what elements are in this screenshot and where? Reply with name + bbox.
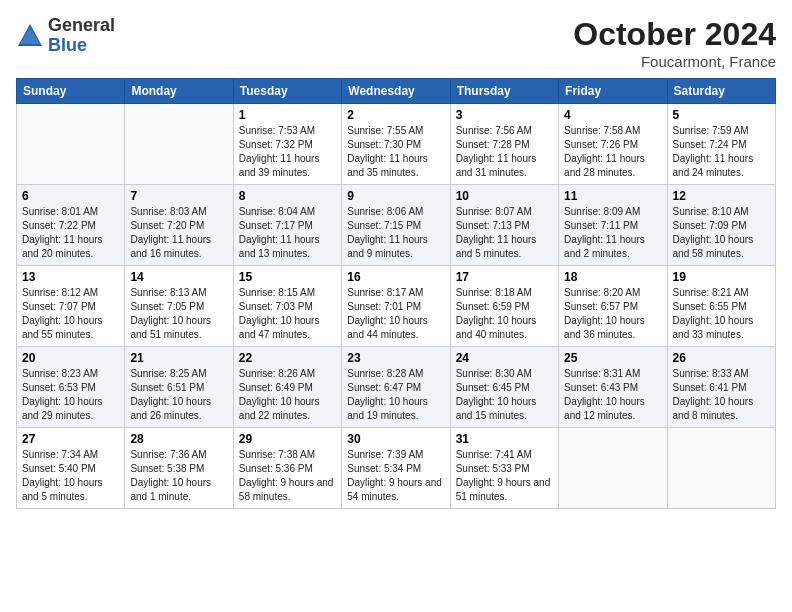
- day-info: Sunrise: 7:56 AMSunset: 7:28 PMDaylight:…: [456, 124, 553, 180]
- day-info: Sunrise: 8:12 AMSunset: 7:07 PMDaylight:…: [22, 286, 119, 342]
- day-number: 13: [22, 270, 119, 284]
- day-number: 30: [347, 432, 444, 446]
- cell-w1-d2: [125, 104, 233, 185]
- cell-w2-d1: 6Sunrise: 8:01 AMSunset: 7:22 PMDaylight…: [17, 185, 125, 266]
- cell-w2-d6: 11Sunrise: 8:09 AMSunset: 7:11 PMDayligh…: [559, 185, 667, 266]
- cell-w3-d6: 18Sunrise: 8:20 AMSunset: 6:57 PMDayligh…: [559, 266, 667, 347]
- cell-w4-d3: 22Sunrise: 8:26 AMSunset: 6:49 PMDayligh…: [233, 347, 341, 428]
- day-info: Sunrise: 8:15 AMSunset: 7:03 PMDaylight:…: [239, 286, 336, 342]
- cell-w4-d2: 21Sunrise: 8:25 AMSunset: 6:51 PMDayligh…: [125, 347, 233, 428]
- day-number: 28: [130, 432, 227, 446]
- col-tuesday: Tuesday: [233, 79, 341, 104]
- day-number: 24: [456, 351, 553, 365]
- location: Foucarmont, France: [573, 53, 776, 70]
- day-number: 2: [347, 108, 444, 122]
- day-info: Sunrise: 8:20 AMSunset: 6:57 PMDaylight:…: [564, 286, 661, 342]
- col-monday: Monday: [125, 79, 233, 104]
- day-info: Sunrise: 8:30 AMSunset: 6:45 PMDaylight:…: [456, 367, 553, 423]
- day-number: 10: [456, 189, 553, 203]
- day-info: Sunrise: 7:41 AMSunset: 5:33 PMDaylight:…: [456, 448, 553, 504]
- col-friday: Friday: [559, 79, 667, 104]
- day-info: Sunrise: 8:04 AMSunset: 7:17 PMDaylight:…: [239, 205, 336, 261]
- cell-w5-d5: 31Sunrise: 7:41 AMSunset: 5:33 PMDayligh…: [450, 428, 558, 509]
- day-info: Sunrise: 7:36 AMSunset: 5:38 PMDaylight:…: [130, 448, 227, 504]
- day-info: Sunrise: 8:17 AMSunset: 7:01 PMDaylight:…: [347, 286, 444, 342]
- week-row-3: 13Sunrise: 8:12 AMSunset: 7:07 PMDayligh…: [17, 266, 776, 347]
- cell-w5-d1: 27Sunrise: 7:34 AMSunset: 5:40 PMDayligh…: [17, 428, 125, 509]
- logo-general: General: [48, 16, 115, 36]
- col-wednesday: Wednesday: [342, 79, 450, 104]
- day-number: 23: [347, 351, 444, 365]
- cell-w4-d6: 25Sunrise: 8:31 AMSunset: 6:43 PMDayligh…: [559, 347, 667, 428]
- day-info: Sunrise: 8:07 AMSunset: 7:13 PMDaylight:…: [456, 205, 553, 261]
- day-number: 26: [673, 351, 770, 365]
- col-saturday: Saturday: [667, 79, 775, 104]
- day-info: Sunrise: 8:23 AMSunset: 6:53 PMDaylight:…: [22, 367, 119, 423]
- cell-w5-d2: 28Sunrise: 7:36 AMSunset: 5:38 PMDayligh…: [125, 428, 233, 509]
- day-number: 18: [564, 270, 661, 284]
- day-number: 3: [456, 108, 553, 122]
- day-number: 4: [564, 108, 661, 122]
- day-info: Sunrise: 8:18 AMSunset: 6:59 PMDaylight:…: [456, 286, 553, 342]
- day-number: 9: [347, 189, 444, 203]
- day-info: Sunrise: 7:59 AMSunset: 7:24 PMDaylight:…: [673, 124, 770, 180]
- day-info: Sunrise: 8:31 AMSunset: 6:43 PMDaylight:…: [564, 367, 661, 423]
- calendar-header-row: Sunday Monday Tuesday Wednesday Thursday…: [17, 79, 776, 104]
- cell-w5-d7: [667, 428, 775, 509]
- day-info: Sunrise: 7:55 AMSunset: 7:30 PMDaylight:…: [347, 124, 444, 180]
- day-number: 25: [564, 351, 661, 365]
- day-info: Sunrise: 8:10 AMSunset: 7:09 PMDaylight:…: [673, 205, 770, 261]
- day-number: 12: [673, 189, 770, 203]
- cell-w1-d5: 3Sunrise: 7:56 AMSunset: 7:28 PMDaylight…: [450, 104, 558, 185]
- day-info: Sunrise: 8:03 AMSunset: 7:20 PMDaylight:…: [130, 205, 227, 261]
- day-info: Sunrise: 7:58 AMSunset: 7:26 PMDaylight:…: [564, 124, 661, 180]
- day-info: Sunrise: 8:21 AMSunset: 6:55 PMDaylight:…: [673, 286, 770, 342]
- cell-w5-d4: 30Sunrise: 7:39 AMSunset: 5:34 PMDayligh…: [342, 428, 450, 509]
- day-number: 16: [347, 270, 444, 284]
- cell-w3-d5: 17Sunrise: 8:18 AMSunset: 6:59 PMDayligh…: [450, 266, 558, 347]
- col-thursday: Thursday: [450, 79, 558, 104]
- day-number: 21: [130, 351, 227, 365]
- cell-w1-d7: 5Sunrise: 7:59 AMSunset: 7:24 PMDaylight…: [667, 104, 775, 185]
- logo: General Blue: [16, 16, 115, 56]
- day-info: Sunrise: 8:01 AMSunset: 7:22 PMDaylight:…: [22, 205, 119, 261]
- cell-w3-d3: 15Sunrise: 8:15 AMSunset: 7:03 PMDayligh…: [233, 266, 341, 347]
- week-row-2: 6Sunrise: 8:01 AMSunset: 7:22 PMDaylight…: [17, 185, 776, 266]
- calendar-table: Sunday Monday Tuesday Wednesday Thursday…: [16, 78, 776, 509]
- cell-w1-d3: 1Sunrise: 7:53 AMSunset: 7:32 PMDaylight…: [233, 104, 341, 185]
- day-number: 7: [130, 189, 227, 203]
- cell-w1-d4: 2Sunrise: 7:55 AMSunset: 7:30 PMDaylight…: [342, 104, 450, 185]
- day-info: Sunrise: 8:06 AMSunset: 7:15 PMDaylight:…: [347, 205, 444, 261]
- week-row-4: 20Sunrise: 8:23 AMSunset: 6:53 PMDayligh…: [17, 347, 776, 428]
- week-row-1: 1Sunrise: 7:53 AMSunset: 7:32 PMDaylight…: [17, 104, 776, 185]
- col-sunday: Sunday: [17, 79, 125, 104]
- day-number: 15: [239, 270, 336, 284]
- cell-w3-d7: 19Sunrise: 8:21 AMSunset: 6:55 PMDayligh…: [667, 266, 775, 347]
- day-number: 8: [239, 189, 336, 203]
- day-number: 6: [22, 189, 119, 203]
- cell-w1-d1: [17, 104, 125, 185]
- logo-text: General Blue: [48, 16, 115, 56]
- svg-marker-1: [20, 28, 40, 44]
- day-info: Sunrise: 7:34 AMSunset: 5:40 PMDaylight:…: [22, 448, 119, 504]
- cell-w1-d6: 4Sunrise: 7:58 AMSunset: 7:26 PMDaylight…: [559, 104, 667, 185]
- day-number: 1: [239, 108, 336, 122]
- cell-w3-d4: 16Sunrise: 8:17 AMSunset: 7:01 PMDayligh…: [342, 266, 450, 347]
- day-number: 14: [130, 270, 227, 284]
- cell-w2-d3: 8Sunrise: 8:04 AMSunset: 7:17 PMDaylight…: [233, 185, 341, 266]
- day-info: Sunrise: 8:28 AMSunset: 6:47 PMDaylight:…: [347, 367, 444, 423]
- day-number: 5: [673, 108, 770, 122]
- day-number: 11: [564, 189, 661, 203]
- day-number: 17: [456, 270, 553, 284]
- day-info: Sunrise: 8:25 AMSunset: 6:51 PMDaylight:…: [130, 367, 227, 423]
- day-info: Sunrise: 8:26 AMSunset: 6:49 PMDaylight:…: [239, 367, 336, 423]
- day-info: Sunrise: 8:13 AMSunset: 7:05 PMDaylight:…: [130, 286, 227, 342]
- day-number: 20: [22, 351, 119, 365]
- day-number: 22: [239, 351, 336, 365]
- cell-w2-d2: 7Sunrise: 8:03 AMSunset: 7:20 PMDaylight…: [125, 185, 233, 266]
- cell-w2-d7: 12Sunrise: 8:10 AMSunset: 7:09 PMDayligh…: [667, 185, 775, 266]
- day-number: 19: [673, 270, 770, 284]
- cell-w3-d2: 14Sunrise: 8:13 AMSunset: 7:05 PMDayligh…: [125, 266, 233, 347]
- cell-w4-d4: 23Sunrise: 8:28 AMSunset: 6:47 PMDayligh…: [342, 347, 450, 428]
- title-block: October 2024 Foucarmont, France: [573, 16, 776, 70]
